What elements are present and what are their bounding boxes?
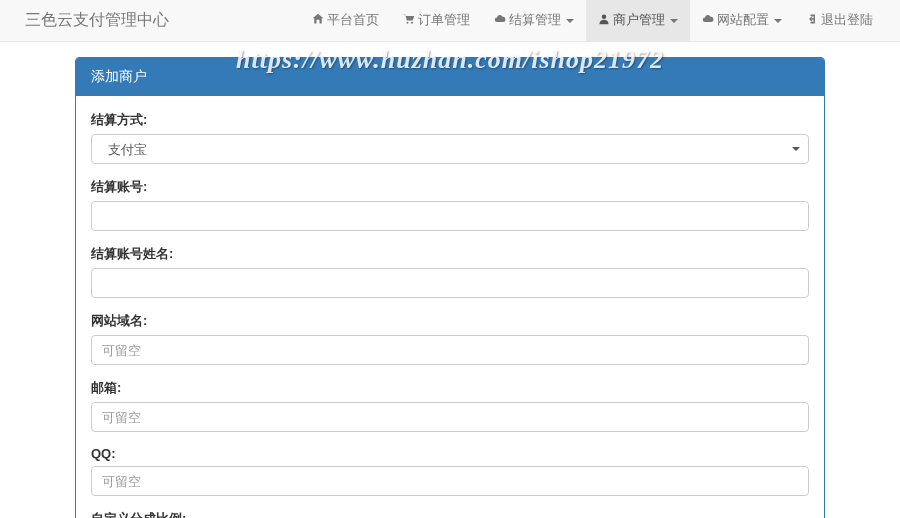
main-container: 添加商户 结算方式: 支付宝 结算账号: 结算账号姓名: 网站域名:	[60, 57, 840, 518]
nav-home[interactable]: 平台首页	[300, 0, 391, 41]
settle-name-group: 结算账号姓名:	[91, 245, 809, 298]
settle-name-input[interactable]	[91, 268, 809, 298]
email-input[interactable]	[91, 402, 809, 432]
settle-method-label: 结算方式:	[91, 111, 809, 129]
cart-icon	[403, 13, 415, 28]
add-merchant-panel: 添加商户 结算方式: 支付宝 结算账号: 结算账号姓名: 网站域名:	[75, 57, 825, 518]
email-group: 邮箱:	[91, 379, 809, 432]
svg-point-2	[602, 15, 607, 20]
nav-settlement-label: 结算管理	[509, 12, 561, 29]
settle-method-select[interactable]: 支付宝	[91, 134, 809, 164]
domain-label: 网站域名:	[91, 312, 809, 330]
qq-input[interactable]	[91, 466, 809, 496]
nav-settlement[interactable]: 结算管理	[482, 0, 586, 41]
chevron-down-icon	[774, 19, 782, 23]
domain-group: 网站域名:	[91, 312, 809, 365]
settle-name-label: 结算账号姓名:	[91, 245, 809, 263]
settle-account-input[interactable]	[91, 201, 809, 231]
panel-title: 添加商户	[76, 58, 824, 96]
nav-merchants[interactable]: 商户管理	[586, 0, 690, 41]
qq-group: QQ:	[91, 446, 809, 496]
nav-site[interactable]: 网站配置	[690, 0, 794, 41]
chevron-down-icon	[566, 19, 574, 23]
settle-account-group: 结算账号:	[91, 178, 809, 231]
nav-home-label: 平台首页	[327, 12, 379, 29]
logout-icon	[806, 13, 818, 28]
svg-point-0	[407, 22, 409, 24]
qq-label: QQ:	[91, 446, 809, 461]
nav-orders[interactable]: 订单管理	[391, 0, 482, 41]
chevron-down-icon	[670, 19, 678, 23]
custom-ratio-label: 自定义分成比例:	[91, 510, 809, 518]
top-navbar: 三色云支付管理中心 平台首页 订单管理 结算管理 商户管理	[0, 0, 900, 42]
user-icon	[598, 13, 610, 28]
nav-menu: 平台首页 订单管理 结算管理 商户管理 网站配置	[300, 0, 885, 41]
cloud-icon	[702, 13, 714, 28]
svg-point-1	[411, 22, 413, 24]
settle-method-group: 结算方式: 支付宝	[91, 111, 809, 164]
nav-orders-label: 订单管理	[418, 12, 470, 29]
home-icon	[312, 13, 324, 28]
nav-logout[interactable]: 退出登陆	[794, 0, 885, 41]
nav-logout-label: 退出登陆	[821, 12, 873, 29]
custom-ratio-group: 自定义分成比例:	[91, 510, 809, 518]
nav-site-label: 网站配置	[717, 12, 769, 29]
email-label: 邮箱:	[91, 379, 809, 397]
nav-merchants-label: 商户管理	[613, 12, 665, 29]
settle-account-label: 结算账号:	[91, 178, 809, 196]
cloud-icon	[494, 13, 506, 28]
domain-input[interactable]	[91, 335, 809, 365]
brand-title: 三色云支付管理中心	[15, 0, 179, 41]
panel-body: 结算方式: 支付宝 结算账号: 结算账号姓名: 网站域名: 邮箱:	[76, 96, 824, 518]
